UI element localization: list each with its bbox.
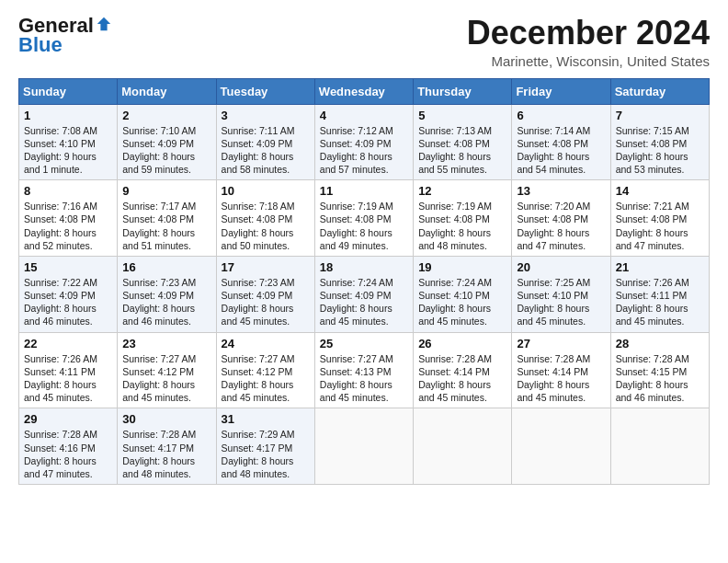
svg-marker-0 (97, 17, 110, 30)
calendar-cell: 4Sunrise: 7:12 AMSunset: 4:09 PMDaylight… (314, 104, 413, 180)
day-info: Sunrise: 7:28 AMSunset: 4:16 PMDaylight:… (24, 428, 112, 480)
day-number: 22 (24, 337, 112, 350)
calendar-cell: 16Sunrise: 7:23 AMSunset: 4:09 PMDayligh… (118, 256, 216, 332)
calendar-cell: 11Sunrise: 7:19 AMSunset: 4:08 PMDayligh… (314, 180, 413, 257)
calendar-cell: 1Sunrise: 7:08 AMSunset: 4:10 PMDaylight… (19, 104, 118, 180)
day-info: Sunrise: 7:21 AMSunset: 4:08 PMDaylight:… (616, 200, 704, 252)
calendar-week-row: 15Sunrise: 7:22 AMSunset: 4:09 PMDayligh… (19, 256, 710, 332)
day-number: 14 (616, 184, 704, 198)
logo: General Blue (18, 15, 112, 57)
day-info: Sunrise: 7:24 AMSunset: 4:10 PMDaylight:… (418, 276, 506, 328)
calendar-cell: 8Sunrise: 7:16 AMSunset: 4:08 PMDaylight… (19, 180, 118, 257)
logo-blue-text: Blue (18, 33, 63, 57)
calendar-cell: 14Sunrise: 7:21 AMSunset: 4:08 PMDayligh… (610, 180, 709, 257)
day-number: 17 (222, 260, 310, 274)
calendar-cell: 3Sunrise: 7:11 AMSunset: 4:09 PMDaylight… (216, 104, 314, 180)
day-number: 19 (418, 260, 506, 274)
calendar-cell: 29Sunrise: 7:28 AMSunset: 4:16 PMDayligh… (19, 408, 118, 485)
day-info: Sunrise: 7:29 AMSunset: 4:17 PMDaylight:… (222, 428, 310, 480)
day-info: Sunrise: 7:08 AMSunset: 4:10 PMDaylight:… (24, 124, 112, 177)
day-info: Sunrise: 7:13 AMSunset: 4:08 PMDaylight:… (418, 124, 506, 177)
day-number: 31 (222, 412, 310, 426)
day-number: 7 (616, 109, 704, 122)
day-info: Sunrise: 7:11 AMSunset: 4:09 PMDaylight:… (222, 124, 310, 177)
day-number: 18 (320, 260, 408, 274)
day-info: Sunrise: 7:25 AMSunset: 4:10 PMDaylight:… (517, 276, 605, 328)
day-number: 1 (24, 109, 112, 122)
calendar-cell: 13Sunrise: 7:20 AMSunset: 4:08 PMDayligh… (512, 180, 610, 257)
calendar-cell: 26Sunrise: 7:28 AMSunset: 4:14 PMDayligh… (414, 332, 512, 408)
day-info: Sunrise: 7:10 AMSunset: 4:09 PMDaylight:… (122, 124, 210, 177)
day-number: 27 (517, 337, 605, 350)
day-info: Sunrise: 7:15 AMSunset: 4:08 PMDaylight:… (616, 124, 704, 177)
calendar-cell: 22Sunrise: 7:26 AMSunset: 4:11 PMDayligh… (19, 332, 118, 408)
day-info: Sunrise: 7:27 AMSunset: 4:12 PMDaylight:… (222, 352, 310, 405)
day-number: 28 (616, 337, 704, 350)
day-info: Sunrise: 7:26 AMSunset: 4:11 PMDaylight:… (616, 276, 704, 328)
day-number: 5 (418, 109, 506, 122)
day-info: Sunrise: 7:12 AMSunset: 4:09 PMDaylight:… (320, 124, 408, 177)
calendar-cell: 6Sunrise: 7:14 AMSunset: 4:08 PMDaylight… (512, 104, 610, 180)
column-header-thursday: Thursday (414, 78, 512, 104)
day-number: 10 (222, 184, 310, 198)
day-number: 2 (122, 109, 210, 122)
day-number: 16 (122, 260, 210, 274)
day-info: Sunrise: 7:24 AMSunset: 4:09 PMDaylight:… (320, 276, 408, 328)
calendar-cell: 9Sunrise: 7:17 AMSunset: 4:08 PMDaylight… (118, 180, 216, 257)
day-info: Sunrise: 7:28 AMSunset: 4:15 PMDaylight:… (616, 352, 704, 405)
calendar-cell: 24Sunrise: 7:27 AMSunset: 4:12 PMDayligh… (216, 332, 314, 408)
calendar-cell: 21Sunrise: 7:26 AMSunset: 4:11 PMDayligh… (610, 256, 709, 332)
calendar-cell: 30Sunrise: 7:28 AMSunset: 4:17 PMDayligh… (118, 408, 216, 485)
day-info: Sunrise: 7:27 AMSunset: 4:13 PMDaylight:… (320, 352, 408, 405)
day-number: 8 (24, 184, 112, 198)
calendar-cell: 20Sunrise: 7:25 AMSunset: 4:10 PMDayligh… (512, 256, 610, 332)
day-number: 6 (517, 109, 605, 122)
day-info: Sunrise: 7:19 AMSunset: 4:08 PMDaylight:… (418, 200, 506, 252)
calendar-week-row: 1Sunrise: 7:08 AMSunset: 4:10 PMDaylight… (19, 104, 710, 180)
calendar-cell: 28Sunrise: 7:28 AMSunset: 4:15 PMDayligh… (610, 332, 709, 408)
day-number: 11 (320, 184, 408, 198)
day-info: Sunrise: 7:28 AMSunset: 4:14 PMDaylight:… (517, 352, 605, 405)
day-number: 20 (517, 260, 605, 274)
calendar-week-row: 22Sunrise: 7:26 AMSunset: 4:11 PMDayligh… (19, 332, 710, 408)
logo-icon (96, 16, 112, 32)
day-info: Sunrise: 7:27 AMSunset: 4:12 PMDaylight:… (122, 352, 210, 405)
day-info: Sunrise: 7:18 AMSunset: 4:08 PMDaylight:… (222, 200, 310, 252)
calendar-cell: 5Sunrise: 7:13 AMSunset: 4:08 PMDaylight… (414, 104, 512, 180)
calendar-header-row: SundayMondayTuesdayWednesdayThursdayFrid… (19, 78, 710, 104)
day-info: Sunrise: 7:19 AMSunset: 4:08 PMDaylight:… (320, 200, 408, 252)
calendar-week-row: 8Sunrise: 7:16 AMSunset: 4:08 PMDaylight… (19, 180, 710, 257)
day-number: 23 (122, 337, 210, 350)
calendar-week-row: 29Sunrise: 7:28 AMSunset: 4:16 PMDayligh… (19, 408, 710, 485)
column-header-tuesday: Tuesday (216, 78, 314, 104)
calendar-cell: 27Sunrise: 7:28 AMSunset: 4:14 PMDayligh… (512, 332, 610, 408)
day-info: Sunrise: 7:16 AMSunset: 4:08 PMDaylight:… (24, 200, 112, 252)
column-header-sunday: Sunday (19, 78, 118, 104)
month-title: December 2024 (467, 15, 710, 52)
column-header-saturday: Saturday (610, 78, 709, 104)
calendar-cell (512, 408, 610, 485)
day-info: Sunrise: 7:23 AMSunset: 4:09 PMDaylight:… (222, 276, 310, 328)
day-info: Sunrise: 7:28 AMSunset: 4:14 PMDaylight:… (418, 352, 506, 405)
day-number: 15 (24, 260, 112, 274)
title-block: December 2024 Marinette, Wisconsin, Unit… (467, 15, 710, 69)
calendar-cell: 12Sunrise: 7:19 AMSunset: 4:08 PMDayligh… (414, 180, 512, 257)
day-number: 30 (122, 412, 210, 426)
location-text: Marinette, Wisconsin, United States (467, 53, 710, 69)
column-header-friday: Friday (512, 78, 610, 104)
day-number: 4 (320, 109, 408, 122)
day-info: Sunrise: 7:23 AMSunset: 4:09 PMDaylight:… (122, 276, 210, 328)
day-number: 24 (222, 337, 310, 350)
day-number: 3 (222, 109, 310, 122)
calendar-cell: 17Sunrise: 7:23 AMSunset: 4:09 PMDayligh… (216, 256, 314, 332)
calendar-cell (314, 408, 413, 485)
day-number: 9 (122, 184, 210, 198)
calendar-cell: 19Sunrise: 7:24 AMSunset: 4:10 PMDayligh… (414, 256, 512, 332)
day-info: Sunrise: 7:22 AMSunset: 4:09 PMDaylight:… (24, 276, 112, 328)
day-number: 21 (616, 260, 704, 274)
calendar-cell: 23Sunrise: 7:27 AMSunset: 4:12 PMDayligh… (118, 332, 216, 408)
calendar-cell (610, 408, 709, 485)
calendar-cell: 15Sunrise: 7:22 AMSunset: 4:09 PMDayligh… (19, 256, 118, 332)
calendar-cell: 25Sunrise: 7:27 AMSunset: 4:13 PMDayligh… (314, 332, 413, 408)
calendar-cell: 10Sunrise: 7:18 AMSunset: 4:08 PMDayligh… (216, 180, 314, 257)
